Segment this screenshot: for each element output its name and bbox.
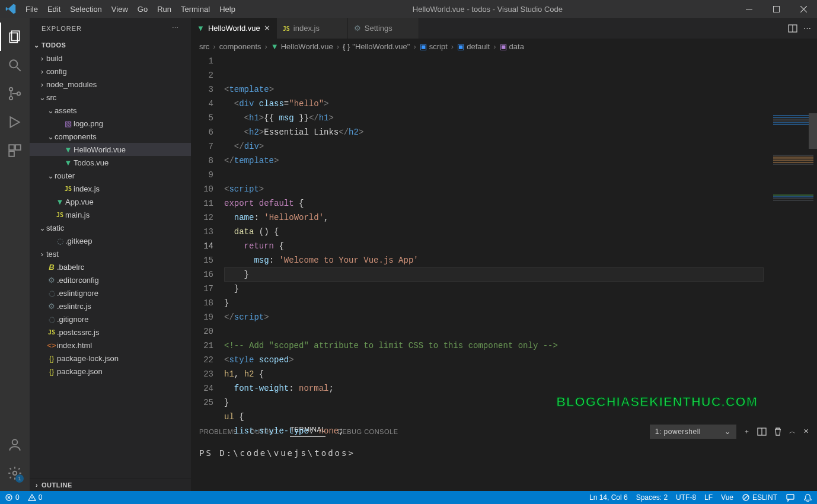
svg-point-7 — [9, 97, 12, 100]
source-control-activity[interactable] — [0, 79, 30, 108]
breadcrumb-item[interactable]: ▼HelloWorld.vue — [271, 42, 333, 51]
tab-settings[interactable]: ⚙Settings — [348, 18, 419, 39]
file-index.js[interactable]: JSindex.js — [30, 182, 191, 195]
status-feedback-icon[interactable] — [786, 493, 795, 502]
svg-point-12 — [12, 439, 18, 445]
breadcrumb-item[interactable]: ▣default — [457, 42, 490, 51]
menu-edit[interactable]: Edit — [43, 0, 65, 18]
breadcrumb-item[interactable]: src — [199, 42, 209, 51]
menu-selection[interactable]: Selection — [65, 0, 106, 18]
menu-terminal[interactable]: Terminal — [176, 0, 215, 18]
sidebar-title: EXPLORER — [42, 25, 82, 32]
svg-point-8 — [17, 92, 20, 95]
minimize-button[interactable] — [735, 0, 762, 18]
file-logo.png[interactable]: ▧logo.png — [30, 117, 191, 130]
status-eol[interactable]: LF — [704, 493, 713, 502]
svg-point-13 — [13, 471, 17, 476]
menu-go[interactable]: Go — [133, 0, 152, 18]
tab-index-js[interactable]: JSindex.js — [277, 18, 348, 39]
folder-config[interactable]: ›config — [30, 65, 191, 78]
menu-file[interactable]: File — [21, 0, 43, 18]
menu-view[interactable]: View — [107, 0, 133, 18]
file-index.html[interactable]: <>index.html — [30, 339, 191, 352]
tab-close-icon[interactable]: ✕ — [264, 24, 270, 33]
close-panel-icon[interactable]: ✕ — [803, 428, 809, 435]
explorer-sidebar: EXPLORER ⋯ ⌄TODOS ›build›config›node_mod… — [30, 18, 191, 491]
svg-rect-1 — [773, 6, 779, 12]
file-.editorconfig[interactable]: ⚙.editorconfig — [30, 273, 191, 286]
menu-help[interactable]: Help — [215, 0, 240, 18]
folder-static[interactable]: ⌄static — [30, 221, 191, 234]
breadcrumb[interactable]: src›components›▼HelloWorld.vue›{ }"Hello… — [191, 39, 817, 54]
svg-point-4 — [9, 60, 17, 68]
explorer-activity[interactable] — [0, 23, 30, 51]
outline-label: OUTLINE — [42, 481, 72, 489]
extensions-activity[interactable] — [0, 136, 30, 165]
close-button[interactable] — [790, 0, 817, 18]
folder-node_modules[interactable]: ›node_modules — [30, 78, 191, 91]
kill-terminal-icon[interactable] — [774, 427, 782, 436]
split-editor-icon[interactable] — [788, 24, 797, 33]
tab-file-icon: ▼ — [197, 24, 205, 33]
svg-rect-11 — [9, 151, 14, 157]
status-language[interactable]: Vue — [721, 493, 733, 502]
folder-section-label: TODOS — [42, 42, 66, 49]
folder-src[interactable]: ⌄src — [30, 91, 191, 104]
breadcrumb-icon: ▣ — [420, 42, 427, 51]
file-App.vue[interactable]: ▼App.vue — [30, 195, 191, 208]
tab-helloworld-vue[interactable]: ▼HelloWorld.vue✕ — [191, 18, 277, 39]
file-package.json[interactable]: {}package.json — [30, 365, 191, 378]
more-actions-icon[interactable]: ⋯ — [803, 24, 811, 33]
breadcrumb-item[interactable]: { }"HelloWorld.vue" — [343, 42, 410, 51]
editor-tabs: ▼HelloWorld.vue✕JSindex.js⚙Settings ⋯ — [191, 18, 817, 39]
file-HelloWorld.vue[interactable]: ▼HelloWorld.vue — [30, 143, 191, 156]
file-.postcssrc.js[interactable]: JS.postcssrc.js — [30, 326, 191, 339]
settings-badge: 1 — [15, 474, 24, 483]
code-content[interactable]: <template> <div class="hello"> <h1>{{ ms… — [224, 54, 817, 421]
breadcrumb-icon: ▣ — [457, 42, 464, 51]
folder-build[interactable]: ›build — [30, 52, 191, 65]
breadcrumb-icon: ▣ — [500, 42, 507, 51]
run-debug-activity[interactable] — [0, 108, 30, 136]
status-indent[interactable]: Spaces: 2 — [636, 493, 668, 502]
status-encoding[interactable]: UTF-8 — [676, 493, 696, 502]
svg-line-21 — [743, 495, 748, 500]
file-.gitignore[interactable]: ◌.gitignore — [30, 312, 191, 326]
svg-point-6 — [9, 88, 12, 91]
file-Todos.vue[interactable]: ▼Todos.vue — [30, 156, 191, 169]
breadcrumb-item[interactable]: ▣script — [420, 42, 448, 51]
status-eslint[interactable]: ESLINT — [742, 493, 777, 502]
scrollbar-thumb[interactable] — [809, 113, 817, 149]
file-.eslintrc.js[interactable]: ⚙.eslintrc.js — [30, 299, 191, 312]
svg-line-5 — [17, 67, 21, 71]
settings-activity[interactable]: 1 — [0, 459, 30, 487]
breadcrumb-item[interactable]: components — [219, 42, 261, 51]
status-errors[interactable]: 0 — [5, 493, 20, 502]
folder-components[interactable]: ⌄components — [30, 130, 191, 143]
breadcrumb-item[interactable]: ▣data — [500, 42, 524, 51]
minimap[interactable] — [770, 54, 817, 421]
file-package-lock.json[interactable]: {}package-lock.json — [30, 352, 191, 365]
file-.eslintignore[interactable]: ◌.eslintignore — [30, 286, 191, 299]
folder-router[interactable]: ⌄router — [30, 169, 191, 182]
folder-test[interactable]: ›test — [30, 247, 191, 260]
status-warnings[interactable]: 0 — [28, 493, 43, 502]
folder-assets[interactable]: ⌄assets — [30, 104, 191, 117]
menu-run[interactable]: Run — [152, 0, 176, 18]
maximize-button[interactable] — [762, 0, 790, 18]
status-bell-icon[interactable] — [803, 493, 812, 502]
accounts-activity[interactable] — [0, 430, 30, 459]
code-editor[interactable]: 1234567891011121314151617181920212223242… — [191, 54, 817, 421]
folder-section-header[interactable]: ⌄TODOS — [30, 39, 191, 52]
file-.babelrc[interactable]: B.babelrc — [30, 260, 191, 273]
outline-section-header[interactable]: ›OUTLINE — [30, 478, 191, 491]
svg-rect-22 — [787, 495, 794, 499]
sidebar-more-icon[interactable]: ⋯ — [172, 24, 179, 32]
tab-file-icon: JS — [283, 24, 290, 33]
maximize-panel-icon[interactable]: ︿ — [789, 427, 796, 436]
file-main.js[interactable]: JSmain.js — [30, 208, 191, 221]
file-.gitkeep[interactable]: ◌.gitkeep — [30, 234, 191, 247]
file-tree: ›build›config›node_modules⌄src⌄assets▧lo… — [30, 52, 191, 478]
search-activity[interactable] — [0, 51, 30, 79]
status-cursor-position[interactable]: Ln 14, Col 6 — [589, 493, 628, 502]
